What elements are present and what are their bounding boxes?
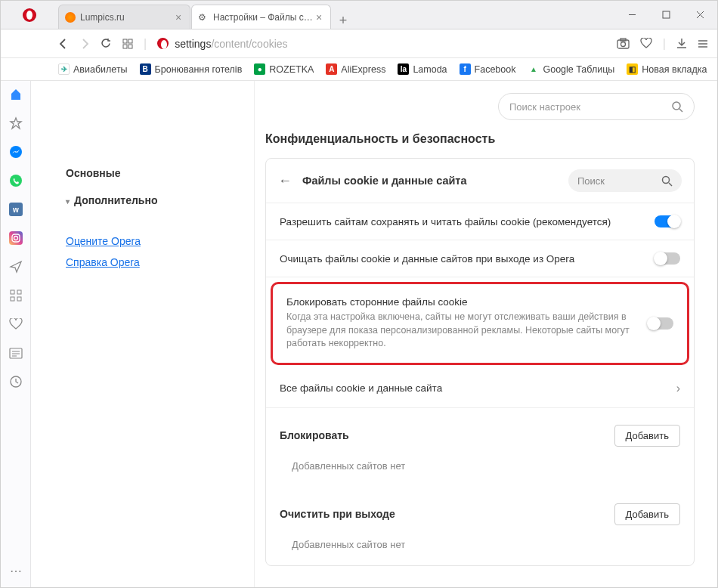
bookmark-item[interactable]: ▲Google Таблицы [528, 63, 614, 75]
download-icon[interactable] [676, 38, 687, 49]
menu-icon[interactable] [698, 39, 708, 49]
bookmark-item[interactable]: ✈Авиабилеты [58, 63, 128, 75]
row-description: Когда эта настройка включена, сайты не м… [286, 311, 648, 351]
block-list-empty: Добавленных сайтов нет [266, 454, 694, 487]
svg-rect-22 [17, 290, 21, 294]
svg-rect-6 [123, 45, 127, 48]
bookmarks-bar: ✈Авиабилеты BБронювання готелів ●ROZETKA… [1, 58, 717, 81]
svg-line-33 [669, 183, 672, 186]
tab-lumpics[interactable]: Lumpics.ru × [58, 5, 190, 29]
toggle-clear-on-exit[interactable] [655, 252, 680, 265]
svg-point-9 [621, 42, 625, 47]
bookmark-item[interactable]: BБронювання готелів [140, 63, 243, 75]
bookmark-item[interactable]: AAliExpress [326, 63, 385, 75]
clear-section-title: Очистить при выходе [280, 508, 614, 520]
chevron-right-icon: › [676, 382, 680, 395]
svg-rect-5 [128, 39, 132, 43]
tab-title: Настройки – Файлы cookie [213, 12, 314, 23]
search-placeholder: Поиск настроек [509, 101, 671, 113]
svg-rect-18 [9, 231, 23, 245]
opera-logo-icon [157, 38, 169, 49]
link-help-opera[interactable]: Справка Opera [66, 256, 239, 268]
svg-rect-23 [11, 297, 14, 301]
svg-rect-8 [617, 40, 629, 48]
opera-logo-icon [23, 8, 36, 22]
tab-title: Lumpics.ru [80, 12, 173, 23]
svg-rect-4 [123, 39, 127, 43]
maximize-button[interactable] [649, 1, 683, 29]
heart-icon[interactable] [640, 38, 652, 49]
gear-icon: ⚙ [198, 12, 209, 23]
rail-history-icon[interactable] [8, 374, 23, 389]
bookmark-item[interactable]: fFacebook [460, 63, 516, 75]
url-prefix: settings [175, 38, 211, 50]
back-arrow-icon[interactable]: ← [278, 173, 292, 189]
nav-basic[interactable]: Основные [52, 159, 239, 187]
close-icon[interactable]: × [314, 11, 324, 23]
add-clear-button[interactable]: Добавить [614, 503, 680, 525]
svg-line-31 [679, 109, 682, 112]
svg-rect-24 [17, 297, 21, 301]
add-block-button[interactable]: Добавить [614, 425, 680, 447]
row-title: Блокировать сторонние файлы cookie [286, 296, 648, 308]
svg-point-30 [673, 102, 680, 110]
panel-title: Файлы cookie и данные сайта [302, 175, 558, 187]
tab-strip: Lumpics.ru × ⚙ Настройки – Файлы cookie … [58, 1, 615, 29]
clear-list-empty: Добавленных сайтов нет [266, 533, 694, 565]
back-button[interactable] [58, 39, 69, 49]
reload-button[interactable] [101, 38, 112, 49]
link-rate-opera[interactable]: Оцените Opera [66, 235, 239, 247]
close-button[interactable] [683, 1, 717, 29]
favicon-icon [65, 12, 76, 23]
rail-apps-icon[interactable] [8, 288, 23, 303]
svg-point-32 [663, 176, 670, 183]
rail-more-icon[interactable]: ⋯ [8, 563, 23, 578]
toggle-block-third-party[interactable] [648, 317, 673, 330]
block-section-title: Блокировать [280, 429, 614, 441]
minimize-button[interactable] [615, 1, 649, 29]
svg-rect-1 [663, 11, 670, 18]
forward-button[interactable] [79, 39, 90, 49]
setting-allow-cookies: Разрешить сайтам сохранять и читать файл… [266, 203, 694, 240]
svg-rect-7 [128, 45, 132, 48]
toggle-allow-cookies[interactable] [655, 215, 680, 227]
new-tab-button[interactable]: + [332, 13, 354, 29]
nav-advanced[interactable]: Дополнительно [52, 187, 239, 214]
bookmark-item[interactable]: laLamoda [398, 63, 447, 75]
apps-icon[interactable] [122, 39, 133, 49]
rail-whatsapp-icon[interactable] [8, 173, 23, 188]
setting-clear-on-exit: Очищать файлы cookie и данные сайтов при… [266, 240, 694, 277]
rail-heart-icon[interactable] [8, 317, 23, 332]
svg-text:w: w [12, 206, 19, 214]
search-icon [671, 101, 683, 113]
settings-search-input[interactable]: Поиск настроек [498, 93, 695, 120]
rail-vk-icon[interactable]: w [8, 202, 23, 217]
section-heading: Конфиденциальность и безопасность [265, 132, 695, 146]
url-path: /content/cookies [211, 38, 287, 50]
svg-point-15 [10, 175, 22, 187]
rail-send-icon[interactable] [8, 259, 23, 274]
address-bar[interactable]: settings/content/cookies [157, 38, 606, 50]
close-icon[interactable]: × [173, 11, 184, 23]
sidebar-rail: w ⋯ [1, 81, 31, 587]
all-cookies-link[interactable]: Все файлы cookie и данные сайта › [266, 370, 694, 408]
svg-rect-21 [11, 290, 14, 294]
rail-instagram-icon[interactable] [8, 231, 23, 246]
bookmark-item[interactable]: ◧Новая вкладка [627, 63, 707, 75]
setting-block-third-party: Блокировать сторонние файлы cookie Когда… [273, 284, 687, 363]
rail-news-icon[interactable] [8, 345, 23, 361]
panel-search-input[interactable]: Поиск [568, 169, 682, 192]
snapshot-icon[interactable] [617, 38, 630, 49]
tab-settings[interactable]: ⚙ Настройки – Файлы cookie × [191, 5, 331, 29]
window-app-icon [1, 1, 58, 29]
search-icon [661, 175, 673, 187]
bookmark-item[interactable]: ●ROZETKA [254, 63, 314, 75]
rail-messenger-icon[interactable] [8, 144, 23, 159]
